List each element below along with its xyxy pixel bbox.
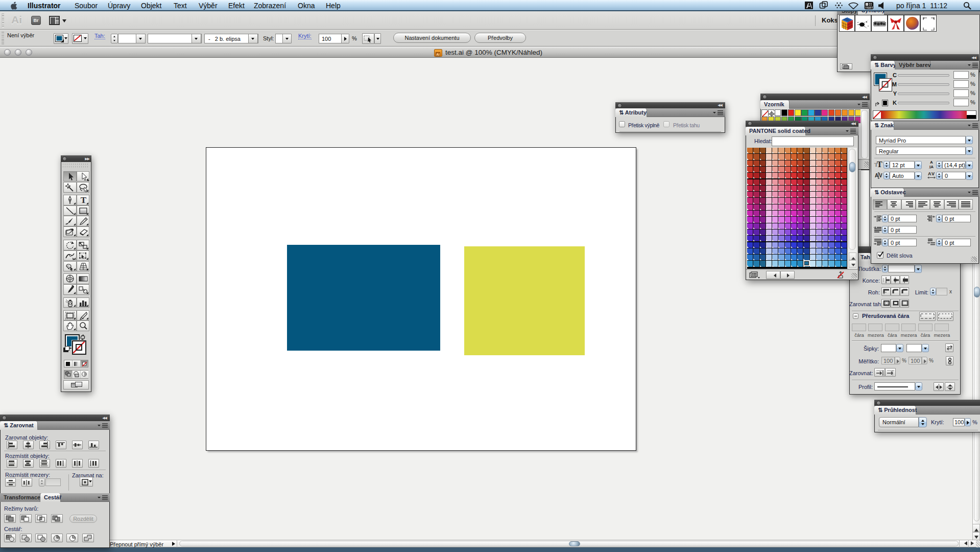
svg-text:T: T <box>80 195 86 205</box>
svg-text:V: V <box>879 173 882 178</box>
svg-text:A: A <box>928 171 931 176</box>
svg-text:A: A <box>875 173 878 178</box>
svg-text:I̲A: I̲A <box>928 165 934 169</box>
svg-text:A: A <box>930 160 933 165</box>
svg-text:V: V <box>931 171 935 176</box>
